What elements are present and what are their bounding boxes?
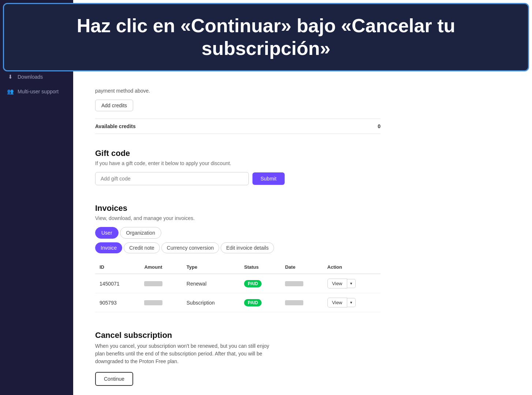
overlay-title: Haz clic en «Continuar» bajo «Cancelar t… (73, 14, 513, 60)
date-blurred (285, 300, 303, 305)
amount-blurred (144, 281, 162, 286)
subtab-currency-conversion[interactable]: Currency conversion (161, 242, 219, 253)
row-action: View ▾ (323, 274, 381, 293)
invoices-title: Invoices (95, 204, 381, 213)
cancel-subscription-desc: When you cancel, your subscription won't… (95, 342, 278, 365)
col-id: ID (95, 261, 140, 274)
sidebar-item-downloads[interactable]: ⬇ Downloads (3, 70, 70, 83)
gift-code-title: Gift code (95, 149, 381, 158)
row-id: 1450071 (95, 274, 140, 293)
sidebar-item-label: Multi-user support (18, 89, 59, 94)
col-action: Action (323, 261, 381, 274)
subtab-edit-invoice-details[interactable]: Edit invoice details (221, 242, 274, 253)
gift-code-desc: If you have a gift code, enter it below … (95, 160, 381, 166)
status-badge: PAID (244, 280, 262, 287)
row-type: Subscription (182, 293, 240, 312)
cancel-subscription-title: Cancel subscription (95, 331, 381, 340)
status-badge: PAID (244, 299, 262, 306)
multiuser-icon: 👥 (7, 88, 14, 95)
continue-button[interactable]: Continue (95, 372, 133, 386)
tab-organization[interactable]: Organization (120, 227, 161, 239)
invoices-section: Invoices View, download, and manage your… (95, 204, 381, 312)
col-date: Date (281, 261, 323, 274)
gift-code-section: Gift code If you have a gift code, enter… (95, 149, 381, 185)
row-status: PAID (240, 293, 281, 312)
credits-note: payment method above. (95, 88, 381, 94)
view-btn-container: View ▾ (327, 298, 376, 308)
sidebar-item-multiuser[interactable]: 👥 Multi-user support (3, 85, 70, 98)
row-action: View ▾ (323, 293, 381, 312)
submit-gift-code-button[interactable]: Submit (252, 172, 285, 185)
sidebar-item-label: Downloads (18, 74, 43, 80)
available-credits-value: 0 (378, 123, 381, 129)
add-credits-button[interactable]: Add credits (95, 100, 133, 111)
overlay-banner: Haz clic en «Continuar» bajo «Cancelar t… (73, 3, 529, 71)
available-credits-label: Available credits (95, 123, 136, 129)
content-area: payment method above. Add credits Availa… (73, 73, 402, 395)
invoices-desc: View, download, and manage your invoices… (95, 215, 381, 221)
invoice-table: ID Amount Type Status Date Action 145007… (95, 261, 381, 312)
row-date (281, 274, 323, 293)
view-button[interactable]: View (327, 279, 347, 288)
view-btn-container: View ▾ (327, 279, 376, 288)
row-type: Renewal (182, 274, 240, 293)
date-blurred (285, 281, 303, 286)
credits-section: payment method above. Add credits Availa… (95, 88, 381, 134)
available-credits-row: Available credits 0 (95, 119, 381, 134)
gift-code-row: Submit (95, 172, 381, 185)
view-dropdown-button[interactable]: ▾ (347, 279, 356, 288)
row-status: PAID (240, 274, 281, 293)
col-type: Type (182, 261, 240, 274)
row-amount (140, 274, 182, 293)
col-status: Status (240, 261, 281, 274)
gift-code-input[interactable] (95, 172, 249, 185)
tab-user[interactable]: User (95, 227, 119, 239)
amount-blurred (144, 300, 162, 305)
subtab-credit-note[interactable]: Credit note (124, 242, 160, 253)
invoices-tab-group: User Organization (95, 227, 381, 239)
view-dropdown-button[interactable]: ▾ (347, 298, 356, 307)
col-amount: Amount (140, 261, 182, 274)
table-row: 1450071 Renewal PAID (95, 274, 381, 293)
main-content: Haz clic en «Continuar» bajo «Cancelar t… (73, 0, 532, 395)
row-amount (140, 293, 182, 312)
view-button[interactable]: View (327, 298, 347, 308)
cancel-subscription-section: Cancel subscription When you cancel, you… (95, 331, 381, 386)
table-row: 905793 Subscription PAID (95, 293, 381, 312)
row-id: 905793 (95, 293, 140, 312)
downloads-icon: ⬇ (7, 73, 14, 81)
row-date (281, 293, 323, 312)
subtab-invoice[interactable]: Invoice (95, 242, 122, 253)
invoices-subtab-group: Invoice Credit note Currency conversion … (95, 242, 381, 253)
